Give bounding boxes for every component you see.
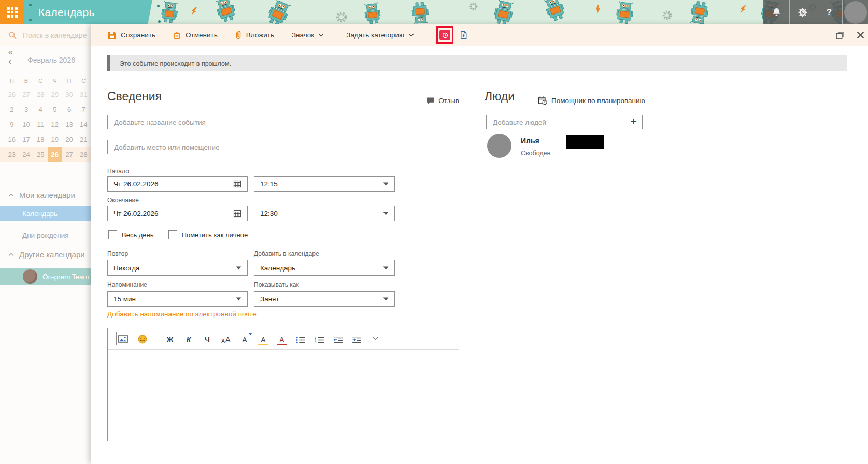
mini-cal-date[interactable]: 7 (76, 102, 91, 117)
mini-cal-date[interactable]: 16 (5, 132, 19, 147)
start-time-dropdown[interactable]: 12:15 (254, 176, 395, 192)
set-category-button[interactable]: Задать категорию (346, 31, 419, 39)
mini-cal-date[interactable]: 29 (48, 87, 62, 102)
prev-month-icon[interactable]: ‹ (8, 56, 11, 67)
more-formatting-icon[interactable] (369, 332, 381, 345)
email-reminder-link[interactable]: Добавить напоминание по электронной почт… (107, 310, 257, 318)
mini-cal-date[interactable]: 18 (33, 132, 48, 147)
scheduling-assistant-label: Помощник по планированию (551, 97, 645, 105)
reminder-label: Напоминание (107, 281, 147, 288)
close-window-button[interactable] (857, 32, 864, 38)
underline-icon[interactable]: Ч (201, 332, 214, 345)
teams-badge-icon[interactable] (439, 30, 450, 40)
end-date-picker[interactable]: Чт 26.02.2026 (107, 206, 248, 221)
flow-button[interactable] (460, 31, 467, 39)
feedback-button[interactable]: Отзыв (426, 97, 459, 105)
numbered-list-icon[interactable]: 123 (313, 332, 325, 345)
calendar-search-bar[interactable] (0, 24, 91, 46)
mini-cal-date[interactable]: 3 (19, 102, 34, 117)
mini-cal-date[interactable]: 17 (19, 132, 34, 147)
search-input[interactable] (22, 31, 91, 40)
editor-content-area[interactable] (108, 350, 459, 441)
mini-cal-date[interactable]: 30 (62, 87, 77, 102)
event-title-input[interactable] (107, 115, 459, 129)
charm-label: Значок (292, 31, 314, 39)
calendar-picker-icon (233, 209, 241, 218)
mini-cal-date[interactable]: 12 (48, 117, 62, 132)
add-people-field: + (486, 115, 643, 129)
mini-cal-date[interactable]: 6 (62, 102, 77, 117)
bold-icon[interactable]: Ж (164, 332, 176, 345)
charm-button[interactable]: Значок (292, 31, 329, 39)
mini-cal-date[interactable]: 27 (62, 147, 77, 162)
mini-cal-date[interactable]: 5 (48, 102, 62, 117)
help-button[interactable]: ? (816, 0, 842, 24)
mini-cal-week-row: 91011121314 (0, 117, 91, 132)
mini-cal-date[interactable]: 23 (5, 147, 19, 162)
mini-cal-date[interactable]: 24 (19, 147, 34, 162)
sidebar-item-team-calendar[interactable]: On-prem Team (0, 268, 91, 285)
mini-cal-date[interactable]: 27 (19, 87, 34, 102)
bullet-list-icon[interactable] (294, 332, 307, 345)
end-time-dropdown[interactable]: 12:30 (254, 206, 395, 221)
section-label: Мои календари (19, 191, 75, 199)
sidebar-item-calendar[interactable]: Календарь (0, 206, 91, 221)
toolbar-divider (156, 333, 156, 344)
mini-cal-date[interactable]: 11 (33, 117, 48, 132)
app-launcher-button[interactable] (0, 0, 24, 24)
chevron-down-icon (318, 33, 324, 37)
save-button[interactable]: Сохранить (108, 31, 155, 39)
settings-button[interactable] (789, 0, 816, 24)
mini-cal-date[interactable]: 26 (5, 87, 19, 102)
user-avatar[interactable] (844, 1, 867, 24)
add-to-calendar-dropdown[interactable]: Календарь (254, 260, 395, 276)
mini-cal-date[interactable]: 28 (33, 87, 48, 102)
notifications-button[interactable] (763, 0, 789, 24)
sidebar-item-birthdays[interactable]: Дни рождения (0, 227, 91, 243)
all-day-checkbox[interactable] (108, 230, 117, 239)
save-label: Сохранить (121, 31, 155, 39)
discard-button[interactable]: Отменить (173, 31, 218, 39)
start-date-picker[interactable]: Чт 26.02.2026 (107, 176, 248, 192)
show-as-value: Занят (260, 295, 279, 303)
italic-icon[interactable]: К (182, 332, 195, 345)
private-checkbox[interactable] (168, 230, 177, 239)
attach-button[interactable]: Вложить (235, 31, 274, 39)
mini-cal-date[interactable]: 13 (62, 117, 77, 132)
mini-cal-date[interactable]: 28 (76, 147, 91, 162)
event-body-editor[interactable]: ЖКЧААААА123 (107, 328, 459, 441)
mini-cal-date[interactable]: 19 (48, 132, 62, 147)
emoji-icon[interactable] (136, 332, 149, 345)
show-as-dropdown[interactable]: Занят (254, 291, 395, 307)
restore-window-button[interactable] (835, 31, 845, 40)
mini-cal-week-row: 232425262728 (0, 147, 91, 162)
mini-cal-date[interactable]: 14 (76, 117, 91, 132)
outdent-icon[interactable] (332, 332, 344, 345)
restore-window-icon (835, 31, 845, 40)
sidebar-section-other-calendars[interactable]: Другие календари (8, 250, 85, 259)
mini-cal-date[interactable]: 9 (5, 117, 19, 132)
mini-cal-date[interactable]: 2 (5, 102, 19, 117)
change-case-icon[interactable]: АА (220, 332, 232, 345)
sidebar-section-my-calendars[interactable]: Мои календари (8, 191, 75, 199)
indent-icon[interactable] (350, 332, 363, 345)
mini-cal-date[interactable]: 20 (62, 132, 77, 147)
mini-cal-date[interactable]: 10 (19, 117, 34, 132)
mini-cal-date[interactable]: 31 (76, 87, 91, 102)
mini-cal-selected-date[interactable]: 26 (48, 147, 62, 162)
mini-cal-date[interactable]: 21 (76, 132, 91, 147)
mini-cal-date[interactable]: 4 (33, 102, 48, 117)
reminder-dropdown[interactable]: 15 мин (107, 291, 248, 307)
event-location-input[interactable] (107, 140, 459, 154)
add-people-input[interactable] (487, 119, 630, 126)
repeat-dropdown[interactable]: Никогда (107, 260, 248, 276)
add-person-plus-icon[interactable]: + (630, 116, 642, 128)
mini-cal-day-header: В (19, 78, 34, 84)
mini-cal-date[interactable]: 25 (33, 147, 48, 162)
insert-image-icon[interactable] (116, 332, 130, 345)
mini-calendar-title: Февраль 2026 (20, 56, 83, 64)
font-color-icon[interactable]: А (276, 332, 288, 345)
font-size-icon[interactable]: А (238, 332, 251, 345)
highlight-icon[interactable]: А (257, 332, 269, 345)
scheduling-assistant-button[interactable]: Помощник по планированию (538, 96, 645, 105)
